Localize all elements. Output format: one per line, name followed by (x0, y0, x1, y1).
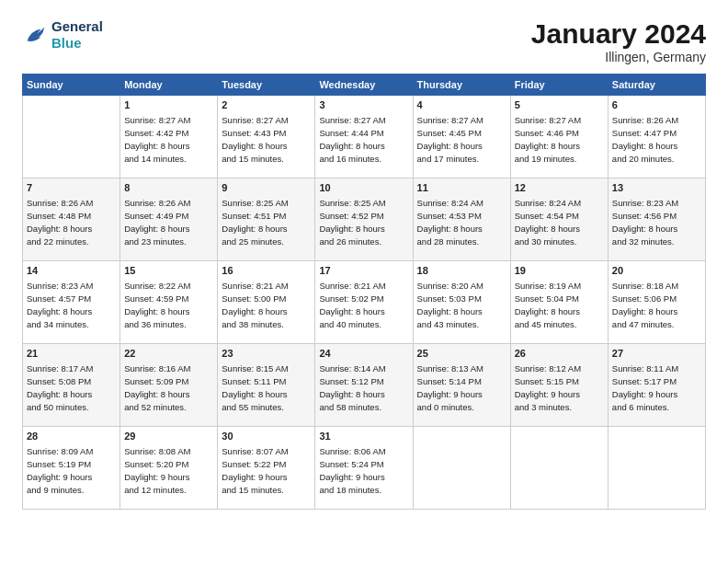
day-number: 28 (27, 430, 116, 443)
calendar-cell: 2Sunrise: 8:27 AMSunset: 4:43 PMDaylight… (218, 96, 315, 178)
day-number: 4 (417, 98, 506, 112)
weekday-header-wednesday: Wednesday (315, 75, 413, 96)
day-number: 3 (319, 98, 408, 112)
calendar-cell: 25Sunrise: 8:13 AMSunset: 5:14 PMDayligh… (413, 344, 510, 427)
day-number: 10 (319, 181, 408, 195)
day-info: Sunrise: 8:27 AMSunset: 4:44 PMDaylight:… (319, 114, 408, 165)
weekday-header-monday: Monday (120, 75, 218, 96)
calendar-cell: 8Sunrise: 8:26 AMSunset: 4:49 PMDaylight… (120, 178, 218, 261)
day-info: Sunrise: 8:27 AMSunset: 4:45 PMDaylight:… (417, 114, 506, 165)
calendar-cell: 1Sunrise: 8:27 AMSunset: 4:42 PMDaylight… (120, 96, 218, 178)
calendar-cell: 26Sunrise: 8:12 AMSunset: 5:15 PMDayligh… (510, 344, 608, 427)
day-info: Sunrise: 8:07 AMSunset: 5:22 PMDaylight:… (222, 445, 311, 496)
day-number: 17 (319, 264, 408, 278)
calendar-title: January 2024 (531, 18, 706, 50)
day-number: 8 (124, 181, 213, 195)
day-number: 29 (124, 430, 213, 443)
calendar-cell: 31Sunrise: 8:06 AMSunset: 5:24 PMDayligh… (315, 427, 413, 510)
day-number: 20 (612, 264, 701, 278)
logo-icon (22, 22, 48, 48)
day-info: Sunrise: 8:11 AMSunset: 5:17 PMDaylight:… (612, 362, 701, 413)
title-block: January 2024 Illingen, Germany (531, 18, 706, 64)
day-number: 6 (612, 98, 701, 112)
day-info: Sunrise: 8:27 AMSunset: 4:46 PMDaylight:… (515, 114, 604, 165)
day-number: 7 (27, 181, 116, 195)
calendar-table: SundayMondayTuesdayWednesdayThursdayFrid… (22, 74, 706, 510)
calendar-cell: 12Sunrise: 8:24 AMSunset: 4:54 PMDayligh… (510, 178, 608, 261)
day-info: Sunrise: 8:16 AMSunset: 5:09 PMDaylight:… (124, 362, 213, 413)
day-number: 16 (222, 264, 311, 278)
day-number: 11 (417, 181, 506, 195)
calendar-cell: 18Sunrise: 8:20 AMSunset: 5:03 PMDayligh… (413, 261, 510, 344)
day-number: 25 (417, 347, 506, 361)
day-number: 24 (319, 347, 408, 361)
day-info: Sunrise: 8:25 AMSunset: 4:51 PMDaylight:… (222, 197, 311, 247)
day-info: Sunrise: 8:18 AMSunset: 5:06 PMDaylight:… (612, 280, 701, 330)
day-number: 30 (222, 430, 311, 443)
calendar-cell: 11Sunrise: 8:24 AMSunset: 4:53 PMDayligh… (413, 178, 510, 261)
calendar-cell: 9Sunrise: 8:25 AMSunset: 4:51 PMDaylight… (218, 178, 315, 261)
calendar-cell: 23Sunrise: 8:15 AMSunset: 5:11 PMDayligh… (218, 344, 315, 427)
weekday-header-tuesday: Tuesday (218, 75, 315, 96)
day-info: Sunrise: 8:23 AMSunset: 4:57 PMDaylight:… (27, 280, 116, 330)
day-number: 14 (27, 264, 116, 278)
day-number: 9 (222, 181, 311, 195)
day-info: Sunrise: 8:12 AMSunset: 5:15 PMDaylight:… (515, 362, 604, 413)
day-number: 13 (612, 181, 701, 195)
calendar-cell: 6Sunrise: 8:26 AMSunset: 4:47 PMDaylight… (608, 96, 705, 178)
day-number: 2 (222, 98, 311, 112)
day-info: Sunrise: 8:24 AMSunset: 4:54 PMDaylight:… (515, 197, 604, 247)
weekday-header-saturday: Saturday (608, 75, 705, 96)
day-info: Sunrise: 8:27 AMSunset: 4:43 PMDaylight:… (222, 114, 311, 165)
calendar-cell: 10Sunrise: 8:25 AMSunset: 4:52 PMDayligh… (315, 178, 413, 261)
day-info: Sunrise: 8:09 AMSunset: 5:19 PMDaylight:… (27, 445, 116, 496)
day-number: 26 (515, 347, 604, 361)
day-number: 15 (124, 264, 213, 278)
calendar-cell (23, 96, 120, 178)
calendar-cell: 13Sunrise: 8:23 AMSunset: 4:56 PMDayligh… (608, 178, 705, 261)
day-info: Sunrise: 8:21 AMSunset: 5:00 PMDaylight:… (222, 280, 311, 330)
day-info: Sunrise: 8:19 AMSunset: 5:04 PMDaylight:… (515, 280, 604, 330)
weekday-header-row: SundayMondayTuesdayWednesdayThursdayFrid… (23, 75, 706, 96)
weekday-header-friday: Friday (510, 75, 608, 96)
day-number: 22 (124, 347, 213, 361)
day-info: Sunrise: 8:26 AMSunset: 4:49 PMDaylight:… (124, 197, 213, 247)
day-info: Sunrise: 8:26 AMSunset: 4:47 PMDaylight:… (612, 114, 701, 165)
day-number: 27 (612, 347, 701, 361)
day-info: Sunrise: 8:17 AMSunset: 5:08 PMDaylight:… (27, 362, 116, 413)
day-number: 19 (515, 264, 604, 278)
day-info: Sunrise: 8:24 AMSunset: 4:53 PMDaylight:… (417, 197, 506, 247)
calendar-cell: 30Sunrise: 8:07 AMSunset: 5:22 PMDayligh… (218, 427, 315, 510)
day-info: Sunrise: 8:20 AMSunset: 5:03 PMDaylight:… (417, 280, 506, 330)
week-row-2: 7Sunrise: 8:26 AMSunset: 4:48 PMDaylight… (23, 178, 706, 261)
day-info: Sunrise: 8:06 AMSunset: 5:24 PMDaylight:… (319, 445, 408, 496)
calendar-cell: 4Sunrise: 8:27 AMSunset: 4:45 PMDaylight… (413, 96, 510, 178)
calendar-cell: 17Sunrise: 8:21 AMSunset: 5:02 PMDayligh… (315, 261, 413, 344)
calendar-cell: 22Sunrise: 8:16 AMSunset: 5:09 PMDayligh… (120, 344, 218, 427)
calendar-subtitle: Illingen, Germany (531, 50, 706, 64)
weekday-header-thursday: Thursday (413, 75, 510, 96)
day-info: Sunrise: 8:14 AMSunset: 5:12 PMDaylight:… (319, 362, 408, 413)
day-info: Sunrise: 8:22 AMSunset: 4:59 PMDaylight:… (124, 280, 213, 330)
week-row-5: 28Sunrise: 8:09 AMSunset: 5:19 PMDayligh… (23, 427, 706, 510)
calendar-cell: 27Sunrise: 8:11 AMSunset: 5:17 PMDayligh… (608, 344, 705, 427)
week-row-1: 1Sunrise: 8:27 AMSunset: 4:42 PMDaylight… (23, 96, 706, 178)
logo-text: General Blue (51, 18, 103, 52)
weekday-header-sunday: Sunday (23, 75, 120, 96)
day-number: 31 (319, 430, 408, 443)
page: General Blue January 2024 Illingen, Germ… (0, 0, 728, 519)
day-info: Sunrise: 8:26 AMSunset: 4:48 PMDaylight:… (27, 197, 116, 247)
day-number: 1 (124, 98, 213, 112)
day-number: 21 (27, 347, 116, 361)
day-info: Sunrise: 8:08 AMSunset: 5:20 PMDaylight:… (124, 445, 213, 496)
calendar-cell: 5Sunrise: 8:27 AMSunset: 4:46 PMDaylight… (510, 96, 608, 178)
day-info: Sunrise: 8:21 AMSunset: 5:02 PMDaylight:… (319, 280, 408, 330)
week-row-3: 14Sunrise: 8:23 AMSunset: 4:57 PMDayligh… (23, 261, 706, 344)
calendar-cell: 29Sunrise: 8:08 AMSunset: 5:20 PMDayligh… (120, 427, 218, 510)
calendar-cell (510, 427, 608, 510)
calendar-cell: 21Sunrise: 8:17 AMSunset: 5:08 PMDayligh… (23, 344, 120, 427)
header: General Blue January 2024 Illingen, Germ… (22, 18, 706, 64)
calendar-cell: 3Sunrise: 8:27 AMSunset: 4:44 PMDaylight… (315, 96, 413, 178)
calendar-cell (608, 427, 705, 510)
day-info: Sunrise: 8:25 AMSunset: 4:52 PMDaylight:… (319, 197, 408, 247)
